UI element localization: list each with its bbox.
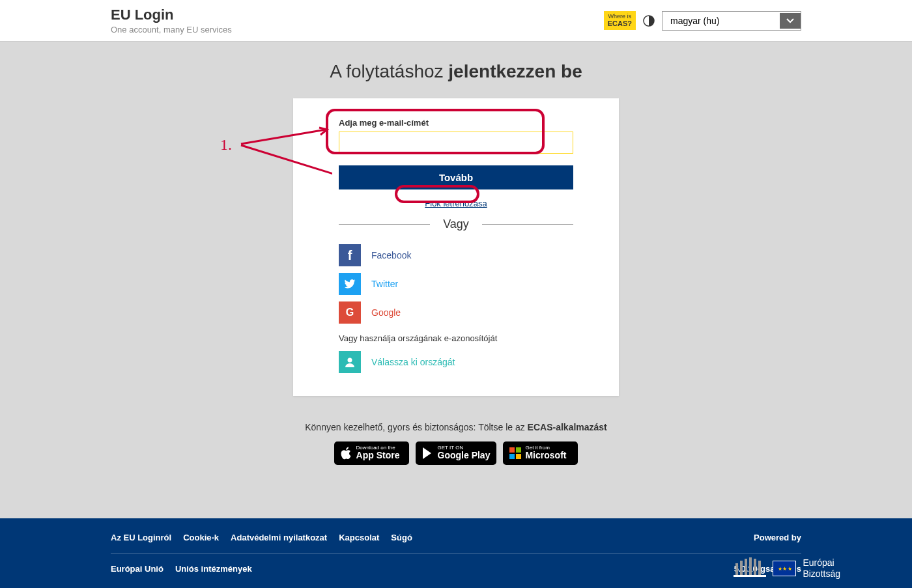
facebook-label: Facebook (371, 250, 411, 260)
twitter-icon (339, 273, 361, 295)
heading-prefix: A folytatáshoz (330, 61, 448, 81)
twitter-label: Twitter (371, 279, 398, 289)
ec-logo: ★ ★ ★ Európai Bizottság (734, 555, 840, 581)
ecas-big-text: ECAS? (608, 20, 632, 28)
svg-point-1 (348, 358, 352, 363)
download-area: Könnyen kezelhető, gyors és biztonságos:… (0, 422, 912, 465)
footer-link-institutions[interactable]: Uniós intézmények (175, 564, 252, 574)
login-box: 1. Adja meg e-mail-címét Tovább Fiók lét… (293, 98, 619, 396)
apple-icon (341, 446, 352, 460)
annotation-number: 1. (220, 136, 232, 154)
svg-rect-6 (734, 575, 766, 577)
next-button[interactable]: Tovább (339, 165, 573, 189)
appstore-big: App Store (356, 451, 400, 460)
create-account-link[interactable]: Fiók létrehozása (339, 199, 573, 208)
chevron-down-icon (780, 13, 801, 29)
google-icon: G (339, 301, 361, 324)
ecas-small-text: Where is (608, 13, 632, 20)
svg-rect-5 (516, 454, 521, 459)
microsoft-icon (509, 447, 521, 459)
ecas-badge[interactable]: Where is ECAS? (604, 11, 636, 31)
language-value: magyar (hu) (663, 12, 780, 30)
google-login-button[interactable]: G Google (339, 301, 573, 324)
contrast-icon[interactable] (642, 14, 655, 27)
svg-rect-4 (509, 454, 515, 459)
main-content: A folytatáshoz jelentkezzen be 1. Adja m… (0, 42, 912, 465)
annotation-arrows (235, 124, 332, 209)
ec-line2: Bizottság (803, 568, 840, 580)
footer-link-cookies[interactable]: Cookie-k (183, 533, 219, 542)
ec-line1: Európai (803, 557, 840, 568)
divider-text: Vagy (430, 217, 482, 231)
email-input[interactable] (339, 132, 573, 154)
eu-flag-icon: ★ ★ ★ (773, 561, 796, 576)
logo-subtitle: One account, many EU services (111, 25, 232, 35)
googleplay-badge[interactable]: GET IT ON Google Play (416, 441, 497, 465)
language-selector[interactable]: magyar (hu) (662, 11, 801, 31)
logo-title: EU Login (111, 7, 232, 23)
download-text: Könnyen kezelhető, gyors és biztonságos:… (0, 422, 912, 432)
google-label: Google (371, 307, 401, 318)
ec-building-icon (734, 555, 766, 581)
play-icon (422, 447, 434, 460)
header: EU Login One account, many EU services W… (0, 0, 912, 42)
person-icon (339, 351, 361, 373)
footer-link-contact[interactable]: Kapcsolat (339, 533, 379, 542)
country-label: Válassza ki országát (371, 357, 455, 367)
eid-text: Vagy használja országának e-azonosítóját (339, 333, 573, 343)
facebook-login-button[interactable]: f Facebook (339, 244, 573, 266)
footer-link-eu[interactable]: Európai Unió (111, 564, 164, 574)
footer: Az EU Loginról Cookie-k Adatvédelmi nyil… (0, 518, 912, 588)
heading-bold: jelentkezzen be (448, 61, 582, 81)
select-country-button[interactable]: Válassza ki országát (339, 351, 573, 373)
logo-area: EU Login One account, many EU services (111, 7, 232, 35)
svg-rect-2 (509, 447, 515, 453)
svg-rect-3 (516, 447, 521, 453)
play-big: Google Play (438, 451, 491, 460)
facebook-icon: f (339, 244, 361, 266)
page-heading: A folytatáshoz jelentkezzen be (0, 61, 912, 82)
twitter-login-button[interactable]: Twitter (339, 273, 573, 295)
footer-link-about[interactable]: Az EU Loginról (111, 533, 171, 542)
footer-link-help[interactable]: Súgó (391, 533, 412, 542)
appstore-badge[interactable]: Download on the App Store (334, 441, 409, 465)
email-label: Adja meg e-mail-címét (339, 118, 573, 128)
ms-big: Microsoft (525, 451, 566, 460)
divider: Vagy (339, 217, 573, 231)
microsoft-badge[interactable]: Get it from Microsoft (503, 441, 578, 465)
powered-by: Powered by (754, 533, 801, 542)
footer-link-privacy[interactable]: Adatvédelmi nyilatkozat (231, 533, 327, 542)
